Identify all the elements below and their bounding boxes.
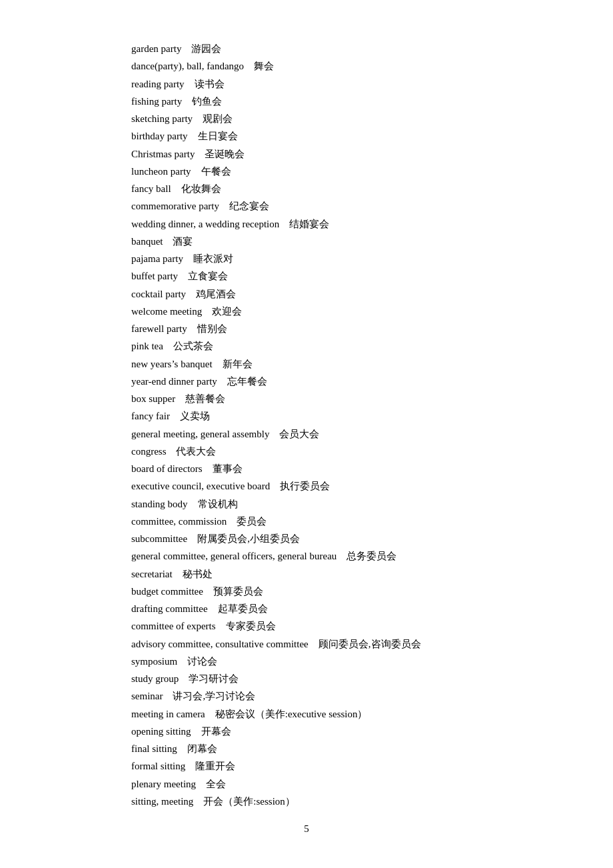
list-item: Christmas party 圣诞晚会: [131, 145, 482, 163]
list-item: new years’s banquet 新年会: [131, 355, 482, 373]
list-item: box supper 慈善餐会: [131, 390, 482, 407]
list-item: general meeting, general assembly 会员大会: [131, 425, 482, 443]
list-item: pink tea 公式茶会: [131, 337, 482, 355]
content-list: garden party 游园会dance(party), ball, fand…: [131, 40, 482, 810]
list-item: budget committee 预算委员会: [131, 583, 482, 600]
list-item: banquet 酒宴: [131, 233, 482, 250]
list-item: dance(party), ball, fandango 舞会: [131, 57, 482, 75]
page-number-container: 5: [0, 823, 613, 835]
list-item: secretariat 秘书处: [131, 565, 482, 583]
list-item: meeting in camera 秘密会议（美作:executive sess…: [131, 705, 482, 723]
list-item: fancy ball 化妆舞会: [131, 180, 482, 197]
list-item: congress 代表大会: [131, 443, 482, 460]
list-item: opening sitting 开幕会: [131, 723, 482, 740]
list-item: seminar 讲习会,学习讨论会: [131, 687, 482, 705]
list-item: formal sitting 隆重开会: [131, 757, 482, 775]
list-item: welcome meeting 欢迎会: [131, 303, 482, 320]
list-item: commemorative party 纪念宴会: [131, 197, 482, 215]
list-item: sketching party 观剧会: [131, 110, 482, 127]
list-item: wedding dinner, a wedding reception 结婚宴会: [131, 215, 482, 233]
page-number: 5: [304, 823, 309, 834]
list-item: fishing party 钓鱼会: [131, 93, 482, 110]
list-item: luncheon party 午餐会: [131, 163, 482, 180]
list-item: reading party 读书会: [131, 75, 482, 93]
list-item: year-end dinner party 忘年餐会: [131, 373, 482, 390]
page-container: garden party 游园会dance(party), ball, fand…: [0, 0, 613, 868]
list-item: executive council, executive board 执行委员会: [131, 477, 482, 495]
list-item: fancy fair 义卖场: [131, 407, 482, 425]
list-item: farewell party 惜别会: [131, 320, 482, 337]
list-item: final sitting 闭幕会: [131, 740, 482, 757]
list-item: standing body 常设机构: [131, 495, 482, 513]
list-item: study group 学习研讨会: [131, 670, 482, 687]
list-item: general committee, general officers, gen…: [131, 547, 482, 565]
list-item: committee, commission 委员会: [131, 513, 482, 530]
list-item: advisory committee, consultative committ…: [131, 635, 482, 653]
list-item: sitting, meeting 开会（美作:session）: [131, 793, 482, 810]
list-item: plenary meeting 全会: [131, 775, 482, 793]
list-item: subcommittee 附属委员会,小组委员会: [131, 530, 482, 547]
list-item: birthday party 生日宴会: [131, 127, 482, 145]
list-item: cocktail party 鸡尾酒会: [131, 285, 482, 303]
list-item: board of directors 董事会: [131, 460, 482, 477]
list-item: committee of experts 专家委员会: [131, 617, 482, 635]
list-item: symposium 讨论会: [131, 653, 482, 670]
list-item: garden party 游园会: [131, 40, 482, 57]
list-item: pajama party 睡衣派对: [131, 250, 482, 267]
list-item: drafting committee 起草委员会: [131, 600, 482, 617]
list-item: buffet party 立食宴会: [131, 267, 482, 285]
